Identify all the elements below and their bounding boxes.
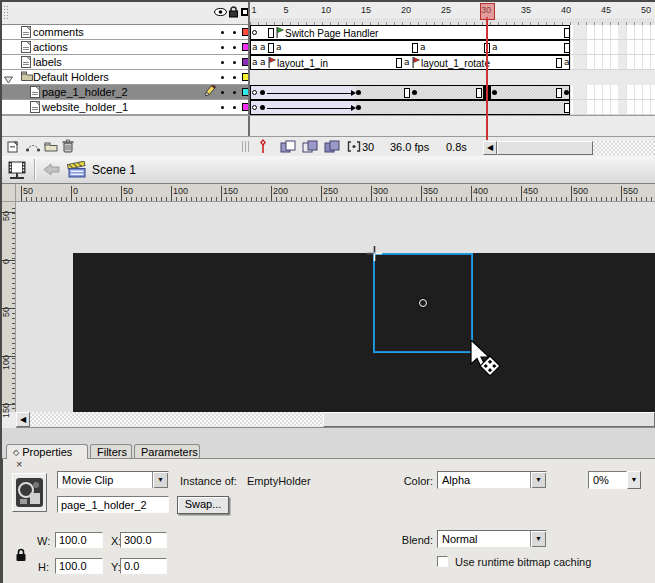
layer-row-website_holder_1[interactable]: website_holder_1 bbox=[2, 100, 248, 115]
x-input[interactable] bbox=[120, 532, 167, 548]
end-frame-rect[interactable] bbox=[412, 43, 418, 53]
layer-row-labels[interactable]: labels bbox=[2, 55, 248, 70]
toolbar-grip[interactable] bbox=[242, 141, 250, 152]
close-icon[interactable]: × bbox=[16, 458, 22, 470]
center-frame-icon[interactable] bbox=[259, 139, 267, 156]
playhead-marker[interactable] bbox=[480, 3, 495, 20]
symbol-icon-button[interactable] bbox=[12, 473, 47, 512]
layer-lock-dot[interactable] bbox=[233, 31, 236, 34]
end-frame-rect[interactable] bbox=[564, 28, 570, 38]
frame-span[interactable] bbox=[250, 100, 570, 115]
chevron-down-icon[interactable]: ▼ bbox=[530, 531, 546, 547]
layer-lock-dot[interactable] bbox=[233, 106, 236, 109]
keyframe-dot[interactable] bbox=[260, 90, 265, 95]
onion-skin-icon[interactable] bbox=[280, 140, 296, 155]
layer-row-actions[interactable]: actions bbox=[2, 40, 248, 55]
layer-name[interactable]: actions bbox=[33, 41, 68, 53]
frames-row-default-holders[interactable] bbox=[250, 70, 655, 85]
layer-name[interactable]: Default Holders bbox=[33, 71, 109, 83]
layer-name[interactable]: page_1_holder_2 bbox=[42, 86, 128, 98]
layer-visible-dot[interactable] bbox=[221, 106, 224, 109]
layer-lock-dot[interactable] bbox=[233, 91, 236, 94]
scene-name-button[interactable]: Scene 1 bbox=[92, 163, 136, 177]
end-frame-rect[interactable] bbox=[564, 43, 570, 53]
back-arrow-icon[interactable] bbox=[43, 163, 60, 178]
instance-name-input[interactable] bbox=[57, 496, 169, 513]
end-frame-rect[interactable] bbox=[564, 103, 570, 113]
keyframe-dot[interactable] bbox=[356, 90, 361, 95]
frames-row-actions[interactable]: aaaaa bbox=[250, 40, 655, 55]
insert-layer-icon[interactable] bbox=[7, 140, 20, 155]
width-input[interactable] bbox=[55, 532, 103, 548]
tab-parameters[interactable]: Parameters bbox=[134, 444, 200, 458]
playhead-line[interactable] bbox=[486, 17, 488, 140]
symbol-behavior-dropdown[interactable]: Movie Clip ▼ bbox=[57, 471, 169, 489]
keyframe-dot[interactable] bbox=[492, 90, 497, 95]
end-frame-rect[interactable] bbox=[268, 43, 274, 53]
timeline-scrollbar-track[interactable] bbox=[593, 141, 655, 155]
stage-scrollbar-track[interactable] bbox=[30, 412, 323, 427]
frame-label-flag-icon[interactable] bbox=[276, 27, 284, 38]
frame-rate-value[interactable]: 36.0 fps bbox=[390, 141, 429, 153]
alpha-amount-stepper[interactable]: ▼ bbox=[627, 471, 641, 489]
layer-name[interactable]: labels bbox=[33, 56, 62, 68]
action-indicator[interactable]: a bbox=[420, 42, 426, 52]
empty-frames-grid[interactable] bbox=[570, 85, 655, 100]
delete-layer-icon[interactable] bbox=[62, 139, 74, 155]
color-effect-dropdown[interactable]: Alpha ▼ bbox=[437, 471, 547, 489]
action-indicator[interactable]: a bbox=[252, 42, 258, 52]
tab-filters[interactable]: Filters bbox=[90, 444, 132, 458]
add-motion-guide-icon[interactable] bbox=[25, 140, 41, 155]
frames-row-comments[interactable]: Switch Page Handler bbox=[250, 25, 655, 40]
blend-dropdown[interactable]: Normal ▼ bbox=[437, 530, 547, 548]
transformation-point[interactable] bbox=[419, 299, 427, 307]
timeline-scroll-left-button[interactable]: ◀ bbox=[483, 141, 497, 155]
layer-row-page_1_holder_2[interactable]: page_1_holder_2 bbox=[2, 85, 248, 100]
modify-onion-markers-icon[interactable] bbox=[347, 140, 361, 155]
frames-row-labels[interactable]: aalayout_1_inalayout_1_rotatea bbox=[250, 55, 655, 70]
keyframe-dot[interactable] bbox=[260, 105, 265, 110]
action-indicator[interactable]: a bbox=[260, 42, 266, 52]
timeline-grip[interactable] bbox=[3, 5, 10, 20]
chevron-down-icon[interactable]: ▼ bbox=[530, 472, 546, 488]
action-indicator[interactable]: a bbox=[564, 57, 570, 67]
action-indicator[interactable]: a bbox=[252, 57, 258, 67]
frames-row-website_holder_1[interactable] bbox=[250, 100, 655, 115]
height-input[interactable] bbox=[55, 558, 103, 574]
end-frame-rect[interactable] bbox=[556, 88, 562, 98]
action-indicator[interactable]: a bbox=[260, 57, 266, 67]
empty-frames-grid[interactable] bbox=[570, 40, 655, 55]
layer-visible-dot[interactable] bbox=[221, 61, 224, 64]
layer-visible-dot[interactable] bbox=[221, 91, 224, 94]
layer-lock-dot[interactable] bbox=[233, 76, 236, 79]
layer-visible-dot[interactable] bbox=[221, 46, 224, 49]
end-frame-rect[interactable] bbox=[556, 58, 562, 68]
layer-lock-dot[interactable] bbox=[233, 46, 236, 49]
keyframe-dot[interactable] bbox=[412, 90, 417, 95]
empty-frames-grid[interactable] bbox=[570, 55, 655, 70]
timeline-scrollbar-thumb[interactable] bbox=[497, 141, 593, 155]
action-indicator[interactable]: a bbox=[276, 42, 282, 52]
stage-scroll-left-button[interactable]: ◀ bbox=[16, 412, 30, 427]
layer-visible-dot[interactable] bbox=[221, 76, 224, 79]
edit-multiple-frames-icon[interactable] bbox=[324, 140, 340, 155]
frame-label-flag-icon[interactable] bbox=[412, 57, 420, 68]
end-frame-rect[interactable] bbox=[396, 58, 402, 68]
layer-lock-dot[interactable] bbox=[233, 61, 236, 64]
frame-span[interactable] bbox=[250, 85, 570, 100]
layer-name[interactable]: comments bbox=[33, 26, 84, 38]
action-indicator[interactable]: a bbox=[492, 42, 498, 52]
layer-row-default-holders[interactable]: Default Holders bbox=[2, 70, 248, 85]
timeline-toggle-icon[interactable] bbox=[6, 160, 28, 182]
frame-span[interactable]: aalayout_1_inalayout_1_rotatea bbox=[250, 55, 570, 70]
keyframe-dot[interactable] bbox=[356, 105, 361, 110]
alpha-amount-field[interactable]: 0% bbox=[588, 471, 627, 489]
keyframe-dot[interactable] bbox=[564, 90, 569, 95]
frame-label-flag-icon[interactable] bbox=[268, 57, 276, 68]
insert-layer-folder-icon[interactable] bbox=[44, 141, 58, 154]
layer-row-comments[interactable]: comments bbox=[2, 25, 248, 40]
y-input[interactable] bbox=[120, 558, 167, 574]
empty-frames-grid[interactable] bbox=[570, 25, 655, 40]
empty-keyframe-circle[interactable] bbox=[252, 105, 257, 110]
empty-keyframe-circle[interactable] bbox=[252, 90, 257, 95]
